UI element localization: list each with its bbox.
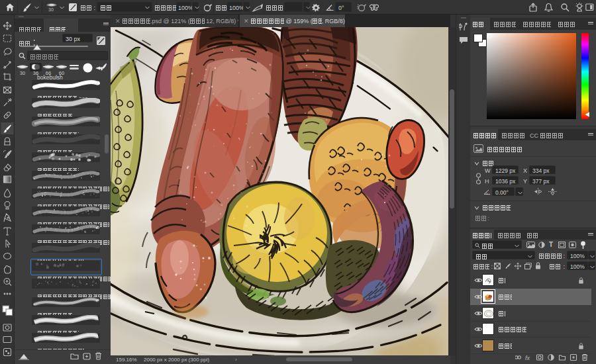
svg-text:fx: fx <box>525 355 530 361</box>
